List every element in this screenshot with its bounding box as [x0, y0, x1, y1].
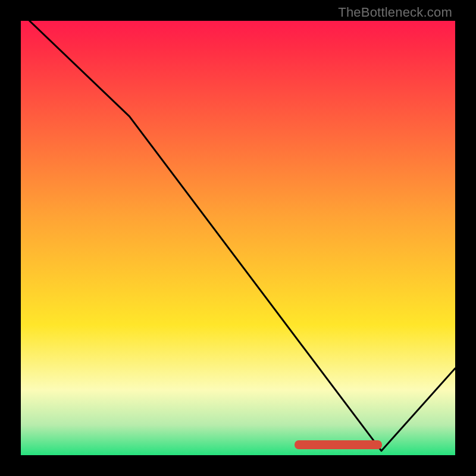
gradient-bg: [21, 21, 455, 455]
legend-marker: [295, 440, 382, 449]
plot-area: [21, 21, 455, 455]
chart-frame: TheBottleneck.com: [0, 0, 476, 476]
watermark-text: TheBottleneck.com: [338, 5, 452, 20]
chart-svg: [21, 21, 455, 455]
